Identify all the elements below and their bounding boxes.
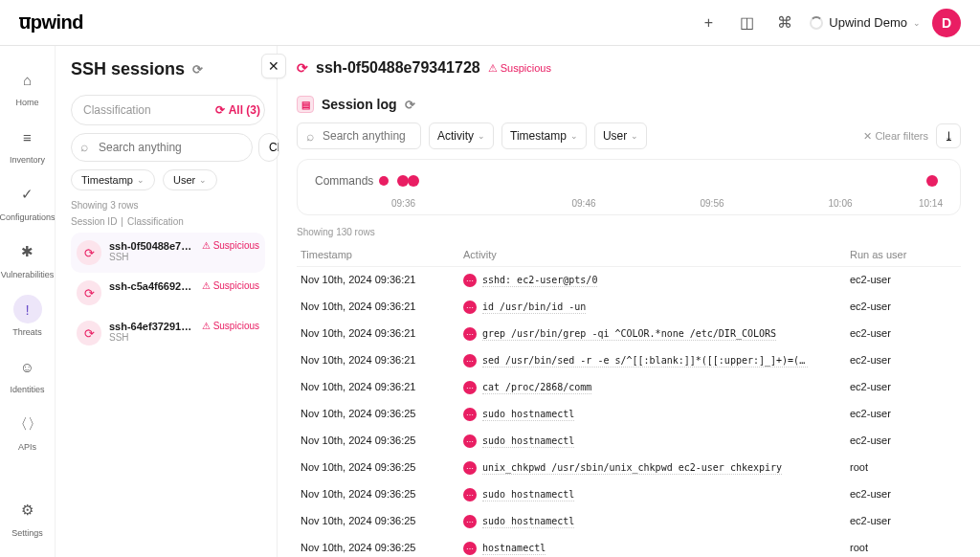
log-row[interactable]: Nov 10th, 2024 09:36:21⋯sed /usr/bin/sed…	[297, 347, 961, 374]
nav-item-vulnerabilities[interactable]: ✱Vulnerabilities	[0, 230, 56, 287]
timeline-dot[interactable]	[397, 175, 409, 187]
nav-label: Identities	[10, 385, 44, 394]
log-search-wrap	[297, 123, 421, 149]
spinner-icon	[810, 16, 823, 30]
log-command: grep /usr/bin/grep -qi ^COLOR.*none /etc…	[482, 328, 776, 341]
log-filter-bar: Activity⌄ Timestamp⌄ User⌄ ✕ Clear filte…	[297, 123, 961, 149]
plus-icon[interactable]: +	[695, 10, 722, 36]
sessions-panel: ✕ SSH sessions ⟳ Classification ⟳ All (3…	[56, 46, 278, 557]
log-command: sudo hostnamectl	[482, 435, 574, 448]
nav-item-configurations[interactable]: ✓Configurations	[0, 172, 56, 230]
org-switcher[interactable]: Upwind Demo ⌄	[810, 15, 921, 30]
nav-label: Home	[16, 98, 39, 107]
session-sub: SSH	[109, 332, 194, 343]
log-user: ec2-user	[846, 294, 961, 321]
topbar: upwind + ◫ ⌘ Upwind Demo ⌄ D	[0, 0, 980, 46]
log-ts: Nov 10th, 2024 09:36:21	[297, 374, 459, 401]
filter-activity[interactable]: Activity⌄	[429, 123, 494, 149]
log-ts: Nov 10th, 2024 09:36:25	[297, 401, 459, 428]
log-row[interactable]: Nov 10th, 2024 09:36:25⋯sudo hostnamectl…	[297, 481, 961, 508]
log-row[interactable]: Nov 10th, 2024 09:36:25⋯sudo hostnamectl…	[297, 401, 961, 428]
detail-header: ⟳ ssh-0f50488e79341728 Suspicious	[297, 59, 961, 77]
log-row[interactable]: Nov 10th, 2024 09:36:25⋯hostnamectlroot	[297, 535, 961, 557]
sessions-columns: Session ID|Classification	[71, 216, 265, 227]
nav-item-inventory[interactable]: ≡Inventory	[0, 115, 56, 172]
log-command: id /usr/bin/id -un	[482, 301, 586, 314]
log-user: ec2-user	[846, 401, 961, 428]
nav-item-apis[interactable]: 〈〉APIs	[0, 402, 56, 459]
panel-icon[interactable]: ◫	[733, 10, 760, 36]
activity-icon: ⋯	[463, 381, 477, 394]
cloud-account-button[interactable]: Cloud account	[258, 133, 279, 162]
sessions-list: ⟳ssh-0f50488e79341728SSHSuspicious⟳ssh-c…	[71, 233, 265, 353]
timeline-dot[interactable]	[926, 175, 938, 187]
log-user: ec2-user	[846, 347, 961, 374]
log-command: sudo hostnamectl	[482, 516, 574, 528]
nav-item-home[interactable]: ⌂Home	[0, 57, 56, 115]
refresh-icon[interactable]: ⟳	[192, 62, 203, 77]
activity-icon: ⋯	[463, 354, 477, 368]
session-item[interactable]: ⟳ssh-0f50488e79341728SSHSuspicious	[71, 233, 265, 273]
log-user: ec2-user	[846, 428, 961, 455]
timeline-dot[interactable]	[408, 175, 419, 187]
chevron-down-icon: ⌄	[913, 18, 921, 28]
suspicious-badge: Suspicious	[202, 280, 259, 291]
col-user[interactable]: Run as user	[846, 243, 961, 267]
log-command: sudo hostnamectl	[482, 489, 574, 501]
running-man-icon[interactable]: ⌘	[771, 10, 798, 36]
timeline-label: Commands	[315, 174, 391, 188]
filter-user[interactable]: User⌄	[594, 123, 647, 149]
nav-item-threats[interactable]: !Threats	[0, 287, 56, 345]
nav-settings[interactable]: ⚙ Settings	[0, 488, 55, 546]
chevron-down-icon: ⌄	[199, 175, 207, 185]
log-ts: Nov 10th, 2024 09:36:21	[297, 267, 459, 295]
session-item[interactable]: ⟳ssh-64ef37291acac375SSHSuspicious	[71, 313, 265, 353]
sessions-search-wrap	[71, 133, 253, 162]
home-icon: ⌂	[13, 65, 42, 94]
avatar[interactable]: D	[932, 9, 961, 37]
session-icon: ⟳	[77, 321, 101, 345]
log-row[interactable]: Nov 10th, 2024 09:36:25⋯sudo hostnamectl…	[297, 508, 961, 535]
log-row[interactable]: Nov 10th, 2024 09:36:21⋯cat /proc/2868/c…	[297, 374, 961, 401]
session-icon: ⟳	[297, 60, 308, 76]
log-row[interactable]: Nov 10th, 2024 09:36:21⋯id /usr/bin/id -…	[297, 294, 961, 321]
log-row-count: Showing 130 rows	[297, 227, 961, 237]
sessions-title: SSH sessions	[71, 59, 185, 79]
session-item[interactable]: ⟳ssh-c5a4f6692e4e9079Suspicious	[71, 273, 265, 313]
sessions-title-row: SSH sessions ⟳	[71, 59, 265, 79]
commands-timeline: Commands 09:3609:4609:5610:0610:14	[297, 159, 961, 215]
col-timestamp[interactable]: Timestamp	[297, 243, 459, 267]
log-icon: ▤	[297, 96, 314, 113]
chevron-down-icon: ⌄	[137, 175, 145, 185]
classification-filter[interactable]: Classification ⟳ All (3)	[71, 95, 265, 125]
log-ts: Nov 10th, 2024 09:36:25	[297, 535, 459, 557]
timeline-tick: 09:36	[391, 198, 520, 209]
identities-icon: ☺	[13, 352, 42, 381]
log-row[interactable]: Nov 10th, 2024 09:36:25⋯unix_chkpwd /usr…	[297, 455, 961, 481]
col-activity[interactable]: Activity	[459, 243, 846, 267]
chip-timestamp[interactable]: Timestamp⌄	[71, 169, 155, 190]
log-row[interactable]: Nov 10th, 2024 09:36:25⋯sudo hostnamectl…	[297, 428, 961, 455]
session-icon: ⟳	[77, 280, 101, 305]
log-search-input[interactable]	[297, 123, 421, 149]
nav-label: Configurations	[0, 212, 56, 222]
classification-all[interactable]: ⟳ All (3)	[215, 103, 260, 117]
log-user: ec2-user	[846, 267, 961, 295]
log-row[interactable]: Nov 10th, 2024 09:36:21⋯grep /usr/bin/gr…	[297, 321, 961, 347]
log-row[interactable]: Nov 10th, 2024 09:36:21⋯sshd: ec2-user@p…	[297, 267, 961, 295]
refresh-icon[interactable]: ⟳	[405, 98, 415, 112]
log-ts: Nov 10th, 2024 09:36:25	[297, 455, 459, 481]
activity-icon: ⋯	[463, 301, 477, 314]
clear-filters[interactable]: ✕ Clear filters	[863, 130, 928, 143]
download-icon[interactable]: ⤓	[936, 123, 961, 148]
timeline-track[interactable]	[391, 173, 943, 189]
dot-icon	[379, 176, 389, 186]
sessions-search-input[interactable]	[71, 133, 253, 162]
chip-user[interactable]: User⌄	[163, 169, 217, 190]
nav-label: Settings	[11, 528, 43, 538]
nav-item-identities[interactable]: ☺Identities	[0, 345, 56, 402]
close-panel-button[interactable]: ✕	[261, 54, 286, 78]
nav-label: Inventory	[10, 155, 45, 165]
filter-timestamp[interactable]: Timestamp⌄	[501, 123, 587, 149]
nav-label: Vulnerabilities	[1, 270, 55, 279]
